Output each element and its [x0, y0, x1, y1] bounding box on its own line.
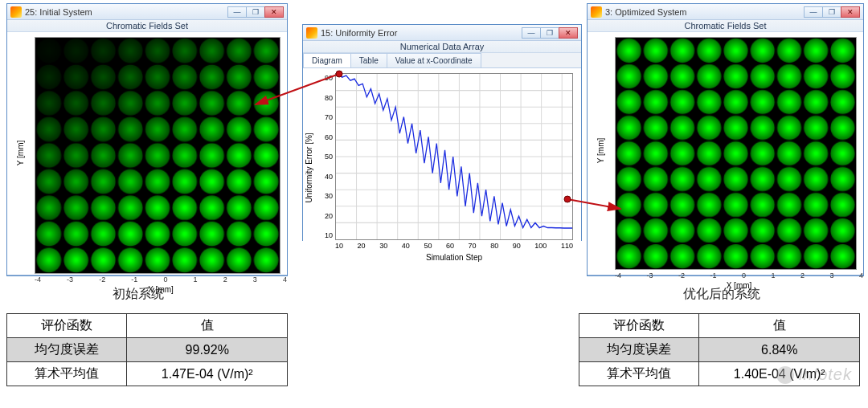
window-initial-system: 25: Initial System — ❐ ✕ Chromatic Field…: [6, 3, 288, 276]
window-title: 15: Uniformity Error: [321, 28, 522, 38]
window-title: 25: Initial System: [25, 7, 228, 17]
app-icon: [306, 27, 317, 39]
table-row: 均匀度误差99.92%: [7, 338, 288, 362]
x-ticks: 102030405060708090100110: [335, 240, 573, 250]
table-header: 评价函数: [7, 314, 127, 338]
y-axis-label: Y [mm]: [16, 141, 25, 165]
metric-value: 1.47E-04 (V/m)²: [127, 362, 288, 386]
close-button[interactable]: ✕: [841, 6, 860, 18]
caption-optimized: 优化后的系统: [683, 286, 760, 303]
titlebar[interactable]: 25: Initial System — ❐ ✕: [7, 4, 287, 20]
table-header: 评价函数: [579, 314, 699, 338]
window-title: 3: Optimized System: [605, 7, 805, 17]
tab-table[interactable]: Table: [350, 53, 387, 67]
x-axis-label: Simulation Step: [335, 253, 573, 262]
panel-label: Chromatic Fields Set: [7, 20, 287, 32]
close-button[interactable]: ✕: [559, 27, 578, 39]
merit-table-initial: 评价函数值均匀度误差99.92%算术平均值1.47E-04 (V/m)²: [6, 313, 288, 386]
table-header: 值: [699, 314, 860, 338]
caption-initial: 初始系统: [113, 286, 164, 303]
y-axis-label: Uniformity Error [%]: [305, 133, 313, 202]
titlebar[interactable]: 3: Optimized System — ❐ ✕: [588, 4, 863, 20]
maximize-button[interactable]: ❐: [540, 27, 559, 39]
tab-value-at-x-coordinate[interactable]: Value at x-Coordinate: [387, 53, 481, 67]
maximize-button[interactable]: ❐: [246, 6, 265, 18]
metric-label: 均匀度误差: [579, 338, 699, 362]
close-button[interactable]: ✕: [264, 6, 284, 18]
x-ticks: -4-3-2-101234: [35, 274, 287, 284]
field-plot-optimized: Y [mm] 43210-1-2-3-4 -4-3-2-101234 X [mm…: [588, 32, 863, 275]
window-uniformity-error: 15: Uniformity Error — ❐ ✕ Numerical Dat…: [302, 24, 582, 241]
tab-diagram[interactable]: Diagram: [303, 53, 351, 67]
metric-value: 99.92%: [127, 338, 288, 362]
app-icon: [10, 6, 22, 18]
minimize-button[interactable]: —: [522, 27, 541, 39]
minimize-button[interactable]: —: [804, 6, 823, 18]
table-header: 值: [127, 314, 288, 338]
metric-label: 算术平均值: [7, 362, 127, 386]
field-plot-initial: Y [mm] 43210-1-2-3-4 -4-3-2-101234 X [mm…: [7, 32, 287, 275]
metric-value: 6.84%: [699, 338, 860, 362]
table-row: 算术平均值1.47E-04 (V/m)²: [7, 362, 288, 386]
watermark: infotek: [776, 365, 852, 384]
minimize-button[interactable]: —: [227, 6, 247, 18]
panel-label: Chromatic Fields Set: [588, 20, 863, 32]
window-optimized-system: 3: Optimized System — ❐ ✕ Chromatic Fiel…: [587, 3, 864, 276]
chart-body: Uniformity Error [%] 908070605040302010 …: [303, 68, 581, 267]
chart-area[interactable]: 908070605040302010: [335, 73, 573, 240]
y-axis-label: Y [mm]: [596, 138, 605, 163]
tab-bar: DiagramTableValue at x-Coordinate: [303, 53, 581, 68]
wechat-icon: [776, 366, 794, 384]
metric-label: 均匀度误差: [7, 338, 127, 362]
table-row: 均匀度误差6.84%: [579, 338, 860, 362]
plot-area[interactable]: [35, 37, 280, 274]
plot-area[interactable]: [615, 37, 857, 270]
y-ticks: 908070605040302010: [313, 74, 333, 239]
maximize-button[interactable]: ❐: [822, 6, 841, 18]
titlebar[interactable]: 15: Uniformity Error — ❐ ✕: [303, 25, 581, 41]
x-ticks: -4-3-2-101234: [615, 270, 863, 279]
app-icon: [591, 6, 602, 18]
panel-label: Numerical Data Array: [303, 41, 581, 53]
uniformity-series: [338, 74, 572, 228]
metric-label: 算术平均值: [579, 362, 699, 386]
